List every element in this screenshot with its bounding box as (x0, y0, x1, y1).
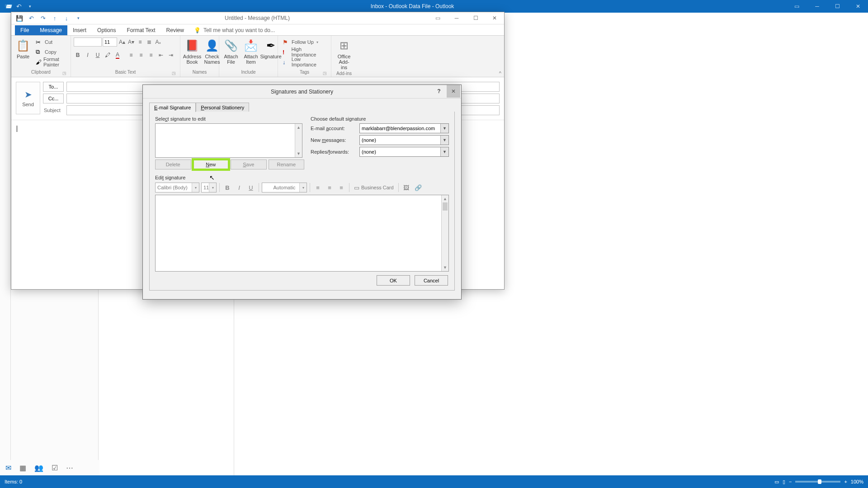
maximize-button[interactable]: ☐ (827, 0, 848, 13)
email-account-select[interactable]: marklabarr@blenderpassion.com▼ (359, 123, 449, 133)
qat-customize-icon[interactable]: ▾ (25, 2, 34, 11)
sig-size-combo[interactable]: 11▾ (201, 183, 217, 192)
tab-message[interactable]: Message (34, 25, 67, 35)
font-family-combo[interactable] (74, 38, 102, 47)
italic-icon[interactable]: I (234, 183, 244, 192)
prev-item-icon[interactable]: ↑ (49, 13, 60, 23)
follow-up-button[interactable]: ⚑Follow Up▾ (281, 38, 328, 47)
address-book-button[interactable]: 📕Address Book (183, 38, 201, 66)
align-right-icon[interactable]: ≡ (336, 183, 346, 192)
tell-me-search[interactable]: 💡 Tell me what you want to do... (189, 25, 279, 35)
low-importance-button[interactable]: ↓Low Importance (281, 57, 328, 66)
attach-item-button[interactable]: 📩Attach Item (242, 38, 260, 66)
zoom-slider[interactable] (795, 481, 840, 483)
tab-format-text[interactable]: Format Text (121, 25, 160, 35)
folder-pane-collapsed[interactable] (0, 13, 11, 475)
underline-icon[interactable]: U (94, 51, 102, 59)
ribbon-display-icon[interactable]: ▭ (787, 0, 807, 13)
basictext-launcher-icon[interactable]: ◳ (171, 71, 176, 76)
send-button[interactable]: ➤ Send (16, 82, 40, 114)
clear-format-icon[interactable]: Aₓ (154, 38, 162, 46)
clipboard-launcher-icon[interactable]: ◳ (61, 71, 67, 76)
indent-increase-icon[interactable]: ⇥ (167, 51, 175, 59)
scroll-up-icon[interactable]: ▲ (295, 124, 302, 131)
check-names-button[interactable]: 👤Check Names (203, 38, 221, 66)
align-left-icon[interactable]: ≡ (127, 51, 135, 59)
tasks-nav-icon[interactable]: ☑ (52, 464, 58, 472)
font-color-icon[interactable]: A (113, 51, 122, 59)
mail-nav-icon[interactable]: ✉ (5, 464, 11, 472)
undo-icon[interactable]: ↶ (26, 13, 37, 23)
copy-button[interactable]: ⧉Copy (34, 47, 68, 56)
zoom-in-icon[interactable]: + (844, 479, 847, 484)
zoom-out-icon[interactable]: − (789, 479, 792, 484)
tags-launcher-icon[interactable]: ◳ (322, 71, 327, 76)
cancel-button[interactable]: Cancel (415, 275, 448, 286)
tab-review[interactable]: Review (161, 25, 189, 35)
insert-picture-icon[interactable]: 🖼 (401, 183, 411, 192)
new-button[interactable]: New (193, 160, 229, 169)
align-center-icon[interactable]: ≡ (325, 183, 335, 192)
tab-options[interactable]: Options (92, 25, 121, 35)
next-item-icon[interactable]: ↓ (61, 13, 72, 23)
sig-font-combo[interactable]: Calibri (Body)▾ (155, 183, 199, 192)
zoom-level[interactable]: 100% (851, 479, 863, 484)
bold-icon[interactable]: B (74, 51, 82, 59)
minimize-button[interactable]: ─ (447, 12, 466, 24)
align-right-icon[interactable]: ≡ (147, 51, 155, 59)
shrink-font-icon[interactable]: A▾ (127, 38, 135, 46)
editor-scrollbar[interactable]: ▲ ▼ (441, 195, 448, 271)
people-nav-icon[interactable]: 👥 (34, 464, 43, 472)
view-reading-icon[interactable]: ▯ (783, 479, 785, 485)
office-addins-button[interactable]: ⊞Office Add-ins (334, 38, 354, 71)
undo-icon[interactable]: ↶ (14, 2, 24, 11)
align-left-icon[interactable]: ≡ (313, 183, 323, 192)
tab-file[interactable]: File (15, 25, 34, 35)
format-painter-button[interactable]: 🖌Format Painter (34, 57, 68, 66)
sig-color-combo[interactable]: Automatic▾ (262, 183, 307, 192)
minimize-button[interactable]: ─ (807, 0, 827, 13)
close-button[interactable]: ✕ (485, 12, 504, 24)
bold-icon[interactable]: B (222, 183, 232, 192)
paste-button[interactable]: 📋 Paste (14, 38, 32, 60)
scroll-up-icon[interactable]: ▲ (442, 195, 448, 202)
cut-button[interactable]: ✂Cut (34, 38, 68, 47)
redo-icon[interactable]: ↷ (38, 13, 48, 23)
ok-button[interactable]: OK (377, 275, 410, 286)
align-center-icon[interactable]: ≡ (137, 51, 145, 59)
maximize-button[interactable]: ☐ (466, 12, 485, 24)
numbering-icon[interactable]: ≣ (145, 38, 153, 46)
close-button[interactable]: ✕ (848, 0, 868, 13)
calendar-nav-icon[interactable]: ▦ (19, 464, 26, 472)
signature-editor[interactable]: ▲ ▼ (155, 195, 449, 272)
high-importance-button[interactable]: !High Importance (281, 47, 328, 56)
font-size-combo[interactable]: 11 (103, 38, 117, 47)
ribbon-display-icon[interactable]: ▭ (428, 12, 447, 24)
indent-decrease-icon[interactable]: ⇤ (157, 51, 165, 59)
save-icon[interactable]: 💾 (14, 13, 25, 23)
tab-email-signature[interactable]: E-mail Signature (149, 103, 196, 112)
business-card-button[interactable]: ▭Business Card (352, 183, 396, 192)
underline-icon[interactable]: U (246, 183, 256, 192)
new-messages-select[interactable]: (none)▼ (359, 135, 449, 145)
grow-font-icon[interactable]: A▴ (118, 38, 126, 46)
qat-customize-icon[interactable]: ▾ (73, 13, 84, 23)
tab-insert[interactable]: Insert (67, 25, 92, 35)
scroll-down-icon[interactable]: ▼ (442, 264, 448, 271)
more-nav-icon[interactable]: ⋯ (66, 464, 73, 472)
help-button[interactable]: ? (432, 85, 446, 98)
cc-button[interactable]: Cc... (43, 94, 64, 103)
replies-forwards-select[interactable]: (none)▼ (359, 147, 449, 157)
signature-list[interactable]: ▲ ▼ (155, 123, 302, 158)
bullets-icon[interactable]: ≡ (136, 38, 144, 46)
signature-button[interactable]: ✒Signature (262, 38, 280, 60)
highlight-icon[interactable]: 🖍 (104, 51, 112, 59)
insert-hyperlink-icon[interactable]: 🔗 (413, 183, 423, 192)
to-button[interactable]: To... (43, 82, 64, 92)
dialog-close-button[interactable]: ✕ (447, 85, 460, 98)
scroll-down-icon[interactable]: ▼ (295, 150, 302, 157)
italic-icon[interactable]: I (84, 51, 92, 59)
tab-personal-stationery[interactable]: Personal Stationery (196, 103, 249, 112)
list-scrollbar[interactable]: ▲ ▼ (295, 124, 302, 157)
collapse-ribbon-icon[interactable]: ^ (499, 70, 501, 76)
